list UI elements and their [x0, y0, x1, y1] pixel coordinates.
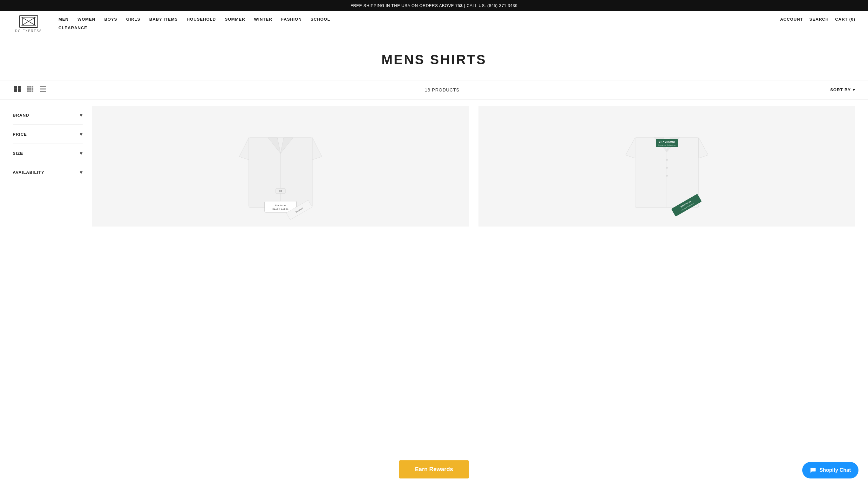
svg-rect-13 — [29, 88, 31, 90]
products-area: Brachsoni BLACK LABEL 20 Brachsoni — [92, 106, 855, 226]
sort-by[interactable]: SORT BY ▾ — [830, 87, 855, 92]
svg-rect-16 — [29, 91, 31, 92]
header: DG EXPRESS MEN WOMEN BOYS GIRLS BABY ITE… — [0, 11, 868, 36]
filter-brand-header[interactable]: BRAND ▾ — [13, 112, 83, 118]
nav-men[interactable]: MEN — [54, 15, 73, 24]
svg-point-45 — [666, 175, 668, 177]
svg-rect-12 — [27, 88, 29, 90]
svg-rect-19 — [40, 89, 46, 90]
product-image-1: Brachsoni BLACK LABEL 20 Brachsoni — [236, 112, 325, 220]
toolbar: 18 PRODUCTS SORT BY ▾ — [0, 80, 868, 99]
svg-rect-7 — [14, 89, 17, 92]
view-grid-2-button[interactable] — [13, 84, 22, 95]
nav-row-1: MEN WOMEN BOYS GIRLS BABY ITEMS HOUSEHOL… — [54, 15, 855, 24]
page-title: MENS SHIRTS — [6, 52, 862, 67]
main-nav: MEN WOMEN BOYS GIRLS BABY ITEMS HOUSEHOL… — [54, 15, 780, 24]
product-card-2[interactable]: BRACHSONI Signature Collection BRACHSONI… — [478, 106, 855, 226]
product-card-1[interactable]: Brachsoni BLACK LABEL 20 Brachsoni — [92, 106, 469, 226]
svg-marker-1 — [23, 18, 29, 25]
nav-household[interactable]: HOUSEHOLD — [182, 15, 220, 24]
filter-availability-chevron-icon: ▾ — [80, 169, 83, 175]
svg-text:Brachsoni: Brachsoni — [275, 204, 286, 207]
view-list-button[interactable] — [38, 84, 48, 95]
filter-size-chevron-icon: ▾ — [80, 150, 83, 156]
search-link[interactable]: SEARCH — [809, 17, 829, 22]
nav-summer[interactable]: SUMMER — [220, 15, 250, 24]
svg-rect-10 — [29, 86, 31, 88]
nav-winter[interactable]: WINTER — [250, 15, 277, 24]
filter-brand: BRAND ▾ — [13, 106, 83, 125]
grid-2-icon — [14, 86, 21, 92]
nav-row-2: CLEARANCE — [54, 24, 855, 32]
filter-price-label: PRICE — [13, 132, 27, 136]
svg-marker-26 — [312, 138, 322, 160]
svg-rect-9 — [27, 86, 29, 88]
svg-rect-17 — [32, 91, 34, 92]
svg-rect-11 — [32, 86, 34, 88]
logo-text: DG EXPRESS — [15, 29, 42, 33]
grid-3-icon — [27, 86, 34, 92]
banner-text: FREE SHIPPING IN THE USA ON ORDERS ABOVE… — [350, 3, 518, 8]
product-count: 18 PRODUCTS — [54, 87, 830, 92]
filter-brand-chevron-icon: ▾ — [80, 112, 83, 118]
nav-boys[interactable]: BOYS — [100, 15, 122, 24]
list-icon — [39, 86, 46, 92]
filter-size: SIZE ▾ — [13, 144, 83, 163]
nav-fashion[interactable]: FASHION — [277, 15, 306, 24]
svg-rect-8 — [18, 89, 21, 92]
product-image-area-2: BRACHSONI Signature Collection BRACHSONI… — [478, 106, 855, 226]
main-content: BRAND ▾ PRICE ▾ SIZE ▾ AVAILABILITY ▾ — [0, 106, 868, 239]
filter-price: PRICE ▾ — [13, 125, 83, 144]
svg-text:BRACHSONI: BRACHSONI — [659, 141, 675, 143]
top-banner: FREE SHIPPING IN THE USA ON ORDERS ABOVE… — [0, 0, 868, 11]
svg-text:Signature Collection: Signature Collection — [658, 144, 676, 146]
view-grid-3-button[interactable] — [25, 84, 35, 95]
svg-rect-14 — [32, 88, 34, 90]
sort-by-label: SORT BY — [830, 87, 851, 92]
nav-girls[interactable]: GIRLS — [122, 15, 145, 24]
view-icons — [13, 84, 48, 95]
sidebar: BRAND ▾ PRICE ▾ SIZE ▾ AVAILABILITY ▾ — [13, 106, 83, 226]
product-image-2: BRACHSONI Signature Collection BRACHSONI… — [622, 112, 711, 220]
svg-marker-2 — [29, 18, 35, 25]
product-image-area-1: Brachsoni BLACK LABEL 20 Brachsoni — [92, 106, 469, 226]
svg-rect-15 — [27, 91, 29, 92]
nav-women[interactable]: WOMEN — [73, 15, 100, 24]
svg-rect-20 — [40, 91, 46, 92]
svg-point-43 — [666, 159, 668, 161]
filter-brand-label: BRAND — [13, 113, 29, 118]
svg-rect-18 — [40, 86, 46, 87]
svg-text:BLACK LABEL: BLACK LABEL — [272, 208, 288, 210]
filter-size-header[interactable]: SIZE ▾ — [13, 150, 83, 156]
nav-school[interactable]: SCHOOL — [306, 15, 335, 24]
svg-rect-5 — [14, 86, 17, 89]
nav-baby-items[interactable]: BABY ITEMS — [145, 15, 182, 24]
svg-point-44 — [666, 167, 668, 169]
logo[interactable]: DG EXPRESS — [13, 14, 44, 33]
svg-marker-38 — [626, 138, 635, 158]
svg-text:20: 20 — [279, 190, 282, 192]
logo-icon — [19, 14, 38, 29]
filter-availability-label: AVAILABILITY — [13, 170, 44, 175]
nav-clearance[interactable]: CLEARANCE — [54, 24, 92, 32]
filter-availability: AVAILABILITY ▾ — [13, 163, 83, 182]
account-link[interactable]: ACCOUNT — [780, 17, 803, 22]
svg-marker-25 — [239, 138, 249, 160]
page-title-area: MENS SHIRTS — [0, 36, 868, 80]
header-nav: MEN WOMEN BOYS GIRLS BABY ITEMS HOUSEHOL… — [54, 15, 855, 32]
products-grid: Brachsoni BLACK LABEL 20 Brachsoni — [92, 106, 855, 226]
svg-marker-39 — [699, 138, 708, 158]
filter-size-label: SIZE — [13, 151, 23, 156]
nav-secondary: ACCOUNT SEARCH CART (0) — [780, 17, 855, 22]
sort-by-chevron-icon: ▾ — [853, 87, 855, 92]
cart-link[interactable]: CART (0) — [835, 17, 855, 22]
filter-price-header[interactable]: PRICE ▾ — [13, 131, 83, 137]
filter-price-chevron-icon: ▾ — [80, 131, 83, 137]
svg-rect-6 — [18, 86, 21, 89]
filter-availability-header[interactable]: AVAILABILITY ▾ — [13, 169, 83, 175]
